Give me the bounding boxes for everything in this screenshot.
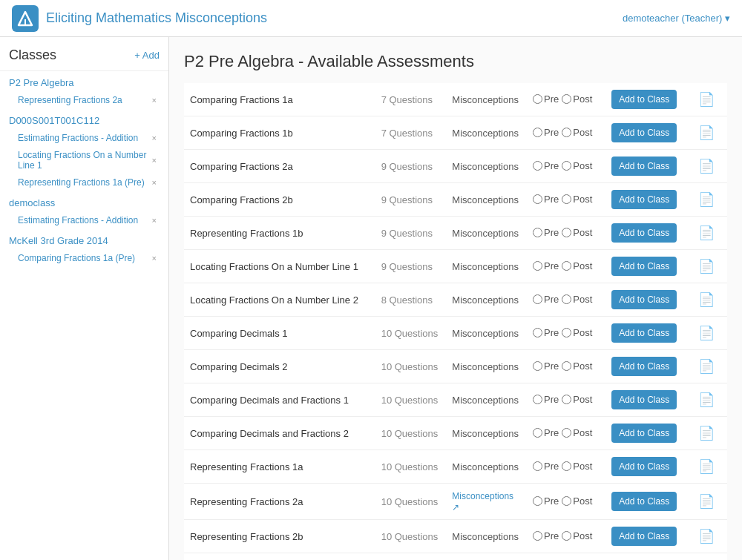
pre-post-selector[interactable]: Pre Post — [527, 250, 605, 283]
pdf-icon[interactable]: 📄 — [698, 125, 715, 140]
pdf-icon[interactable]: 📄 — [698, 494, 715, 509]
pre-radio-label[interactable]: Pre — [533, 160, 559, 171]
pre-radio-label[interactable]: Pre — [533, 394, 559, 405]
pdf-icon[interactable]: 📄 — [698, 359, 715, 374]
pre-radio-label[interactable]: Pre — [533, 327, 559, 338]
pre-post-selector[interactable]: Pre Post — [527, 417, 605, 450]
post-radio-label[interactable]: Post — [562, 93, 592, 105]
pdf-cell[interactable]: 📄 — [685, 183, 727, 217]
pre-post-selector[interactable]: Pre Post — [527, 183, 605, 217]
pre-radio-label[interactable]: Pre — [533, 461, 559, 472]
remove-item-button[interactable]: × — [149, 252, 160, 264]
pre-radio[interactable] — [533, 161, 542, 171]
pre-radio[interactable] — [533, 294, 542, 304]
pre-radio-label[interactable]: Pre — [533, 127, 559, 138]
pre-radio[interactable] — [533, 328, 542, 337]
post-radio-label[interactable]: Post — [562, 160, 592, 171]
add-to-class-button[interactable]: Add to Class — [611, 323, 677, 343]
post-radio[interactable] — [562, 161, 571, 171]
post-radio-label[interactable]: Post — [562, 530, 592, 541]
pre-radio[interactable] — [533, 94, 542, 104]
pre-post-selector[interactable]: Pre Post — [527, 217, 605, 250]
pre-post-selector[interactable]: Pre Post — [527, 553, 605, 561]
pre-post-selector[interactable]: Pre Post — [527, 83, 605, 116]
add-to-class-button[interactable]: Add to Class — [611, 90, 677, 109]
pre-radio-label[interactable]: Pre — [533, 495, 559, 507]
post-radio-label[interactable]: Post — [562, 327, 592, 338]
post-radio[interactable] — [562, 428, 571, 438]
post-radio-label[interactable]: Post — [562, 227, 592, 238]
pre-radio[interactable] — [533, 428, 542, 438]
pdf-cell[interactable]: 📄 — [685, 417, 727, 450]
add-to-class-button[interactable]: Add to Class — [611, 527, 677, 546]
pdf-cell[interactable]: 📄 — [685, 150, 727, 183]
post-radio-label[interactable]: Post — [562, 495, 592, 507]
post-radio[interactable] — [562, 194, 571, 204]
add-to-class-button[interactable]: Add to Class — [611, 357, 677, 376]
post-radio[interactable] — [562, 261, 571, 271]
pdf-icon[interactable]: 📄 — [698, 259, 715, 274]
sidebar-item[interactable]: Locating Fractions On a Number Line 1× — [0, 147, 168, 174]
sidebar-group-label[interactable]: P2 Pre Algebra — [0, 71, 168, 91]
post-radio-label[interactable]: Post — [562, 427, 592, 438]
add-to-class-button[interactable]: Add to Class — [611, 492, 677, 511]
post-radio[interactable] — [562, 496, 571, 506]
pre-post-selector[interactable]: Pre Post — [527, 383, 605, 417]
pre-radio-label[interactable]: Pre — [533, 227, 559, 238]
add-to-class-button[interactable]: Add to Class — [611, 390, 677, 409]
add-to-class-button[interactable]: Add to Class — [611, 424, 677, 443]
post-radio[interactable] — [562, 94, 571, 104]
post-radio-label[interactable]: Post — [562, 360, 592, 372]
remove-item-button[interactable]: × — [149, 214, 160, 226]
post-radio[interactable] — [562, 328, 571, 337]
sidebar-item[interactable]: Estimating Fractions - Addition× — [0, 211, 168, 229]
post-radio-label[interactable]: Post — [562, 127, 592, 138]
post-radio[interactable] — [562, 128, 571, 137]
post-radio-label[interactable]: Post — [562, 294, 592, 305]
pre-post-selector[interactable]: Pre Post — [527, 450, 605, 484]
type-link[interactable]: Misconceptions ↗ — [452, 491, 513, 513]
pdf-cell[interactable]: 📄 — [685, 116, 727, 150]
sidebar-group-label[interactable]: democlass — [0, 191, 168, 211]
pdf-icon[interactable]: 📄 — [698, 426, 715, 441]
pdf-icon[interactable]: 📄 — [698, 159, 715, 174]
pdf-cell[interactable]: 📄 — [685, 283, 727, 317]
pre-radio-label[interactable]: Pre — [533, 194, 559, 205]
sidebar-item[interactable]: Estimating Fractions - Addition× — [0, 129, 168, 147]
pre-radio[interactable] — [533, 194, 542, 204]
pdf-icon[interactable]: 📄 — [698, 225, 715, 240]
pre-radio[interactable] — [533, 128, 542, 137]
pre-radio-label[interactable]: Pre — [533, 427, 559, 438]
pdf-icon[interactable]: 📄 — [698, 459, 715, 474]
sidebar-item[interactable]: Representing Fractions 1a (Pre)× — [0, 174, 168, 191]
pdf-cell[interactable]: 📄 — [685, 520, 727, 553]
sidebar-group-label[interactable]: McKell 3rd Grade 2014 — [0, 229, 168, 249]
add-to-class-button[interactable]: Add to Class — [611, 123, 677, 142]
pre-post-selector[interactable]: Pre Post — [527, 116, 605, 150]
pdf-icon[interactable]: 📄 — [698, 192, 715, 207]
pre-radio[interactable] — [533, 496, 542, 506]
pdf-icon[interactable]: 📄 — [698, 292, 715, 307]
pdf-cell[interactable]: 📄 — [685, 350, 727, 383]
pdf-icon[interactable]: 📄 — [698, 529, 715, 544]
assessment-type[interactable]: Misconceptions ↗ — [446, 484, 527, 520]
add-to-class-button[interactable]: Add to Class — [611, 457, 677, 476]
pre-radio-label[interactable]: Pre — [533, 360, 559, 372]
pre-radio[interactable] — [533, 531, 542, 541]
remove-item-button[interactable]: × — [149, 177, 160, 188]
pdf-cell[interactable]: 📄 — [685, 217, 727, 250]
post-radio[interactable] — [562, 531, 571, 541]
post-radio[interactable] — [562, 461, 571, 471]
pre-radio-label[interactable]: Pre — [533, 294, 559, 305]
post-radio-label[interactable]: Post — [562, 394, 592, 405]
pre-radio-label[interactable]: Pre — [533, 93, 559, 105]
post-radio-label[interactable]: Post — [562, 461, 592, 472]
user-menu[interactable]: demoteacher (Teacher) ▾ — [623, 13, 730, 24]
pre-radio[interactable] — [533, 461, 542, 471]
add-to-class-button[interactable]: Add to Class — [611, 290, 677, 309]
sidebar-group-label[interactable]: D000S001T001C112 — [0, 109, 168, 129]
post-radio-label[interactable]: Post — [562, 260, 592, 271]
add-to-class-button[interactable]: Add to Class — [611, 223, 677, 243]
add-to-class-button[interactable]: Add to Class — [611, 257, 677, 276]
post-radio[interactable] — [562, 395, 571, 404]
